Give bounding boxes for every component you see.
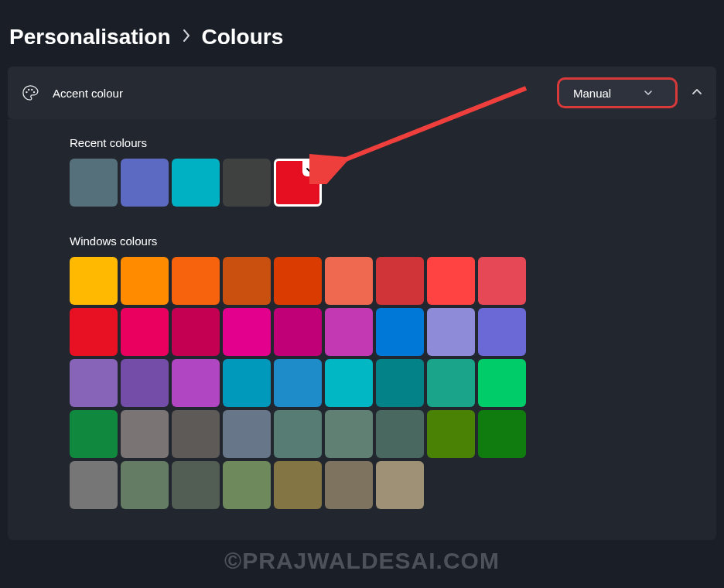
windows-colours-grid	[70, 257, 540, 509]
chevron-right-icon	[182, 29, 191, 46]
check-icon	[302, 161, 319, 176]
windows-swatch[interactable]	[274, 359, 322, 407]
windows-swatch[interactable]	[172, 410, 220, 458]
accent-colour-panel: Recent colours Windows colours	[8, 119, 716, 540]
windows-swatch[interactable]	[274, 257, 322, 305]
section-title: Accent colour	[53, 87, 557, 100]
recent-colours-label: Recent colours	[70, 136, 716, 149]
windows-swatch[interactable]	[70, 410, 118, 458]
recent-swatch[interactable]	[70, 159, 118, 207]
windows-swatch[interactable]	[223, 308, 271, 356]
recent-colours-row	[70, 159, 540, 207]
breadcrumb: Personalisation Colours	[8, 25, 716, 50]
windows-swatch[interactable]	[121, 461, 169, 509]
windows-swatch[interactable]	[376, 461, 424, 509]
windows-swatch[interactable]	[376, 257, 424, 305]
windows-swatch[interactable]	[478, 410, 526, 458]
windows-swatch[interactable]	[274, 308, 322, 356]
windows-swatch[interactable]	[121, 410, 169, 458]
windows-swatch[interactable]	[325, 359, 373, 407]
windows-swatch[interactable]	[325, 308, 373, 356]
svg-point-3	[33, 91, 35, 93]
windows-swatch[interactable]	[70, 461, 118, 509]
windows-swatch[interactable]	[325, 410, 373, 458]
windows-colours-label: Windows colours	[70, 234, 716, 248]
breadcrumb-current: Colours	[202, 25, 284, 50]
windows-swatch[interactable]	[70, 308, 118, 356]
windows-swatch[interactable]	[427, 410, 475, 458]
windows-swatch[interactable]	[70, 359, 118, 407]
windows-swatch[interactable]	[172, 308, 220, 356]
accent-mode-dropdown[interactable]: Manual	[557, 77, 678, 108]
windows-swatch[interactable]	[121, 308, 169, 356]
windows-swatch[interactable]	[223, 359, 271, 407]
windows-swatch[interactable]	[70, 257, 118, 305]
windows-swatch[interactable]	[172, 257, 220, 305]
windows-swatch[interactable]	[223, 461, 271, 509]
svg-point-1	[28, 89, 29, 91]
windows-swatch[interactable]	[427, 257, 475, 305]
windows-swatch[interactable]	[478, 308, 526, 356]
breadcrumb-parent[interactable]: Personalisation	[9, 25, 171, 50]
windows-swatch[interactable]	[478, 359, 526, 407]
palette-icon	[22, 84, 39, 101]
windows-swatch[interactable]	[121, 257, 169, 305]
svg-point-2	[31, 89, 32, 91]
recent-swatch[interactable]	[172, 159, 220, 207]
chevron-down-icon	[644, 86, 653, 100]
recent-swatch[interactable]	[274, 159, 322, 207]
chevron-up-icon[interactable]	[692, 86, 702, 100]
watermark: ©PRAJWALDESAI.COM	[224, 548, 500, 574]
windows-swatch[interactable]	[376, 308, 424, 356]
windows-swatch[interactable]	[376, 410, 424, 458]
windows-swatch[interactable]	[427, 308, 475, 356]
windows-swatch[interactable]	[376, 359, 424, 407]
svg-point-0	[26, 91, 27, 93]
windows-swatch[interactable]	[427, 359, 475, 407]
windows-swatch[interactable]	[223, 410, 271, 458]
dropdown-value: Manual	[573, 87, 611, 100]
windows-swatch[interactable]	[121, 359, 169, 407]
windows-swatch[interactable]	[172, 461, 220, 509]
windows-swatch[interactable]	[274, 410, 322, 458]
recent-swatch[interactable]	[121, 159, 169, 207]
windows-swatch[interactable]	[274, 461, 322, 509]
windows-swatch[interactable]	[325, 257, 373, 305]
windows-swatch[interactable]	[223, 257, 271, 305]
windows-swatch[interactable]	[478, 257, 526, 305]
windows-swatch[interactable]	[325, 461, 373, 509]
accent-colour-header[interactable]: Accent colour Manual	[8, 67, 716, 119]
recent-swatch[interactable]	[223, 159, 271, 207]
windows-swatch[interactable]	[172, 359, 220, 407]
